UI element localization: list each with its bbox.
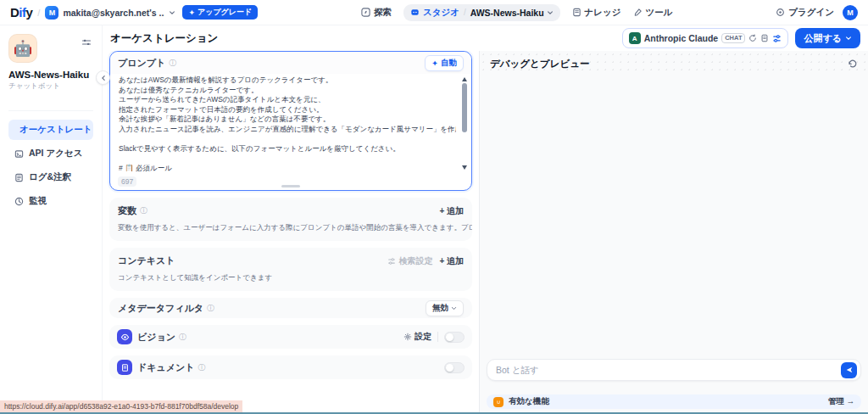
publish-button[interactable]: 公開する — [795, 28, 860, 48]
nav-tools[interactable]: ツール — [633, 7, 673, 19]
orchestration-config-panel: プロンプト ⓘ ✦ 自動 あなたはAWSの最新情報を解説するプロのテックライター… — [103, 51, 479, 414]
app-switcher-icon[interactable] — [81, 37, 92, 48]
sidebar-item-api-access[interactable]: API アクセス — [8, 143, 93, 164]
enabled-features-bar: 有効な機能 管理 → — [487, 394, 861, 409]
upgrade-label: アップグレード — [198, 7, 252, 18]
debug-title: デバッグとプレビュー — [490, 58, 589, 70]
logo-text: y — [26, 5, 33, 20]
nav-knowledge-label: ナレッジ — [585, 7, 621, 19]
add-label: + 追加 — [439, 205, 464, 217]
context-title: コンテキスト — [118, 255, 175, 267]
publish-label: 公開する — [804, 32, 842, 45]
nav-current-app-label: AWS-News-Haiku — [470, 8, 544, 18]
add-context-button[interactable]: + 追加 — [439, 255, 464, 267]
page-title: オーケストレーション — [110, 31, 218, 46]
chevron-left-icon — [100, 75, 107, 81]
vision-title: ビジョン — [137, 331, 175, 344]
sparkle-icon: ✦ — [431, 59, 438, 68]
scroll-down-icon[interactable] — [462, 165, 467, 170]
prompt-scrollbar[interactable] — [460, 77, 469, 170]
info-icon: ⓘ — [140, 205, 147, 216]
features-label: 有効な機能 — [509, 396, 549, 407]
logo-text-accent: if — [19, 5, 25, 20]
vision-settings-button[interactable]: 設定 — [403, 331, 431, 343]
add-variable-button[interactable]: + 追加 — [439, 205, 464, 217]
debug-header: デバッグとプレビュー — [480, 51, 868, 76]
sidebar-item-label: API アクセス — [29, 148, 82, 159]
sidebar-collapse-button[interactable] — [96, 70, 110, 85]
debug-preview-panel: デバッグとプレビュー 有効な機能 管理 → — [479, 51, 868, 414]
sidebar-item-orchestrate[interactable]: オーケストレート — [8, 120, 93, 140]
studio-icon — [410, 8, 420, 17]
model-name: Anthropic Claude — [644, 33, 719, 43]
vision-icon — [117, 329, 132, 344]
scroll-up-icon[interactable] — [462, 77, 467, 81]
prompt-resize-handle[interactable] — [281, 185, 300, 187]
prompt-title: プロンプト — [118, 57, 165, 70]
dify-app-window: Dify / M makita@skyarch.net's ... ✦ アップグ… — [0, 0, 868, 414]
model-selector[interactable]: A Anthropic Claude CHAT — [622, 28, 789, 48]
nav-current-app[interactable]: AWS-News-Haiku — [470, 8, 554, 18]
knowledge-icon — [572, 8, 581, 17]
metadata-filter-dropdown[interactable]: 無効 — [426, 300, 464, 316]
model-doc-icon[interactable] — [760, 34, 769, 42]
chevron-down-icon — [451, 305, 457, 311]
vision-toggle[interactable] — [444, 332, 465, 343]
retrieval-settings-label: 検索設定 — [398, 255, 432, 267]
model-chat-badge: CHAT — [721, 33, 745, 43]
context-card: コンテキスト 検索設定 + 追加 コンテキストとして知識をインポートできます — [109, 248, 472, 291]
send-button[interactable] — [841, 362, 857, 378]
sidebar-item-label: オーケストレート — [19, 124, 92, 136]
send-icon — [845, 366, 854, 374]
info-icon: ⓘ — [169, 58, 176, 69]
model-params-icon[interactable] — [772, 34, 782, 43]
document-toggle[interactable] — [444, 362, 465, 373]
sidebar-item-monitoring[interactable]: 監視 — [8, 191, 93, 211]
auto-label: 自動 — [441, 58, 457, 69]
sidebar-item-logs[interactable]: ログ&注釈 — [8, 167, 93, 187]
document-title: ドキュメント — [137, 361, 195, 374]
divider — [437, 332, 438, 342]
info-icon: ⓘ — [179, 332, 186, 343]
nav-tools-label: ツール — [646, 7, 673, 19]
app-sidebar: 🤖 AWS-News-Haiku チャットボット オーケストレート API アク… — [0, 25, 103, 414]
variables-description: 変数を使用すると、ユーザーはフォームに入力する際にプロンプトの単語や開始の言葉を… — [109, 223, 472, 233]
app-icon[interactable]: 🤖 — [8, 34, 37, 63]
logo-text: D — [10, 5, 19, 20]
plugins-icon — [776, 8, 785, 17]
retrieval-settings-button[interactable]: 検索設定 — [387, 255, 432, 267]
header-right: プラグイン M — [776, 5, 858, 20]
top-header: Dify / M makita@skyarch.net's ... ✦ アップグ… — [0, 0, 868, 25]
prompt-card-header: プロンプト ⓘ ✦ 自動 — [110, 52, 471, 74]
chat-input[interactable] — [496, 365, 841, 375]
chevron-down-icon — [169, 9, 175, 16]
workspace-avatar: M — [45, 6, 58, 20]
user-avatar[interactable]: M — [843, 5, 858, 20]
variables-title: 変数 — [118, 204, 136, 217]
explore-icon — [361, 8, 370, 17]
scrollbar-thumb[interactable] — [462, 83, 467, 132]
restart-conversation-icon[interactable] — [848, 59, 858, 69]
nav-studio[interactable]: スタジオ — [410, 7, 459, 19]
model-refresh-icon[interactable] — [748, 34, 757, 42]
nav-explore[interactable]: 探索 — [361, 7, 392, 19]
sidebar-item-label: 監視 — [29, 195, 47, 207]
manage-features-link[interactable]: 管理 → — [828, 396, 854, 407]
dify-logo[interactable]: Dify — [10, 5, 32, 20]
prompt-char-count: 697 — [118, 176, 136, 187]
nav-studio-group: スタジオ / AWS-News-Haiku — [403, 4, 560, 21]
monitoring-icon — [14, 197, 24, 206]
nav-knowledge[interactable]: ナレッジ — [572, 7, 621, 19]
prompt-textarea[interactable]: あなたはAWSの最新情報を解説するプロのテックライターです。 あなたは優秀なテク… — [119, 76, 456, 171]
plugins-button[interactable]: プラグイン — [776, 7, 834, 19]
document-icon — [117, 360, 132, 375]
workspace-selector[interactable]: M makita@skyarch.net's ... — [45, 6, 175, 20]
metadata-filter-title: メタデータフィルタ — [118, 302, 203, 315]
app-name: AWS-News-Haiku — [8, 70, 93, 80]
nav-studio-label: スタジオ — [423, 7, 459, 19]
info-icon: ⓘ — [198, 362, 206, 373]
tools-icon — [633, 8, 643, 17]
auto-generate-button[interactable]: ✦ 自動 — [425, 55, 464, 71]
top-nav: 探索 スタジオ / AWS-News-Haiku ナレッジ ツール — [361, 4, 673, 21]
upgrade-button[interactable]: ✦ アップグレード — [182, 5, 258, 20]
